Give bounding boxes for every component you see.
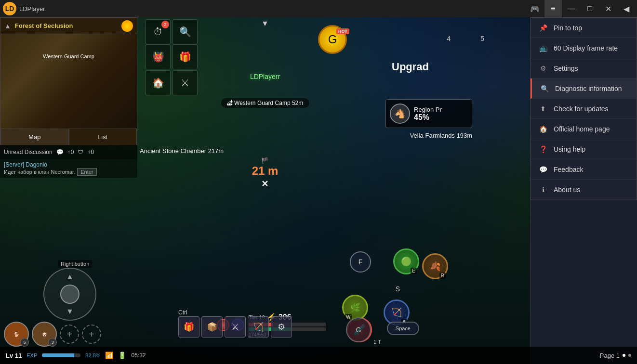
menu-display-frame-rate[interactable]: 📺 60 Display frame rate [531, 38, 637, 58]
exp-label: EXP [27, 352, 37, 358]
joystick-center[interactable] [60, 285, 80, 304]
game-area[interactable]: ▼ ▲ Forest of Seclusion Western Guard Ca… [0, 17, 530, 364]
minimap-tab-list[interactable]: List [69, 129, 137, 145]
pet-avatar-2[interactable]: 🐶 3 [32, 322, 57, 347]
add-pet-1[interactable]: + [60, 325, 79, 344]
quest-timer-icon[interactable]: ⏱ 2 [146, 19, 171, 44]
gamepad-button[interactable]: 🎮 [526, 0, 544, 17]
slot-number-5: 5 [480, 35, 484, 42]
home-icon: 🏠 [538, 124, 548, 134]
page-indicator: Page 1 [530, 347, 637, 364]
joystick-base[interactable]: ▲ ▼ [43, 268, 96, 321]
close-button[interactable]: ✕ [599, 0, 617, 17]
exp-fill [42, 353, 74, 357]
slot-number-4: 4 [447, 35, 451, 42]
minimap: ▲ Forest of Seclusion Western Guard Camp… [0, 17, 137, 145]
page-label: Page 1 [600, 352, 620, 359]
location2-bar: Velia Farmlands 193m [410, 132, 472, 139]
region-panel: 🐴 Region Pr 45% [385, 99, 472, 128]
house-icon[interactable]: 🏠 [146, 70, 171, 95]
time-display: 05:32 [131, 352, 146, 359]
helmet-icon[interactable]: ⚔ [173, 70, 198, 95]
location3-bar: Ancient Stone Chamber 217m [140, 147, 224, 155]
level-badge: Lv 11 [6, 352, 22, 359]
location-bar: 🏕 Western Guard Camp 52m [221, 98, 309, 108]
app-title: LDPlayer [19, 5, 273, 13]
diagnostic-icon: 🔍 [540, 84, 549, 93]
joystick-up-arrow: ▲ [66, 273, 74, 281]
menu-diagnostic[interactable]: 🔍 Diagnostic information [531, 78, 637, 99]
menu-about-us[interactable]: ℹ About us [531, 180, 637, 200]
minimap-location-label: Western Guard Camp [43, 53, 94, 59]
maximize-button[interactable]: □ [581, 0, 598, 17]
menu-official-home[interactable]: 🏠 Official home page [531, 119, 637, 139]
battery-icon: 🔋 [118, 351, 126, 359]
joystick[interactable]: ▲ ▼ [43, 268, 96, 321]
menu-settings[interactable]: ⚙ Settings [531, 58, 637, 78]
skill-e-button[interactable]: 🟢 E [393, 248, 419, 274]
hot-badge: HOT [336, 28, 349, 34]
action-btn-3[interactable]: ⚔ [225, 316, 246, 338]
title-controls: 🎮 ≡ — □ ✕ ◀ [526, 0, 635, 17]
dropdown-menu: 📌 Pin to top 📺 60 Display frame rate ⚙ S… [530, 17, 637, 200]
monster-icon[interactable]: 👹 [146, 44, 171, 69]
minimap-collapse[interactable]: ▲ [4, 22, 11, 30]
pet-avatar-1[interactable]: 🐕 5 [4, 322, 29, 347]
minimap-tab-map[interactable]: Map [0, 129, 69, 145]
joystick-down-arrow: ▼ [66, 307, 74, 316]
minimap-footer: Map List [0, 129, 137, 145]
exp-pct: 82.8% [85, 352, 100, 358]
minimize-button[interactable]: — [563, 0, 580, 17]
action-btn-4[interactable]: 🏹 [248, 316, 269, 338]
minimap-body[interactable]: Western Guard Camp [0, 34, 137, 129]
skill-w-button[interactable]: 🌿 W [342, 295, 368, 321]
enter-button[interactable]: Enter [77, 168, 96, 176]
distance-marker: 🏴 21 m ✕ [252, 157, 279, 189]
upgrad-panel: Upgrad [392, 61, 429, 73]
action-btn-1[interactable]: 🎁 [178, 316, 199, 338]
menu-feedback[interactable]: 💬 Feedback [531, 159, 637, 180]
unread-bar: Unread Discussion 💬 +0 🛡 +0 [0, 145, 137, 159]
action-btn-2[interactable]: 📦 [201, 316, 223, 338]
region-name: Region Pr [414, 106, 442, 113]
menu-using-help[interactable]: ❓ Using help [531, 139, 637, 159]
g-button[interactable]: G [346, 317, 371, 342]
region-pct: 45% [414, 113, 442, 122]
minimap-header: ▲ Forest of Seclusion [0, 18, 137, 34]
chat-message: Идет набор в клан Necromar. Enter [4, 168, 133, 176]
gold-icon[interactable]: G HOT [318, 25, 347, 54]
top-icon-row: ⏱ 2 🔍 👹 🎁 🏠 ⚔ [145, 17, 426, 75]
app-logo: LD [3, 2, 16, 15]
menu-pin-to-top[interactable]: 📌 Pin to top [531, 18, 637, 38]
region-icon: 🐴 [390, 104, 410, 124]
bottom-action-bar: 🎁 📦 ⚔ 🏹 ⚙ [178, 316, 292, 338]
skill-ring: 🟢 E 🌿 W 🏹 A 🍂 R [342, 248, 419, 325]
update-icon: ⬆ [538, 104, 548, 114]
unread-label: Unread Discussion [4, 149, 53, 156]
page-dot-2[interactable] [628, 354, 631, 357]
add-pet-2[interactable]: + [82, 325, 101, 344]
minimap-sun-icon [121, 20, 133, 32]
potion-label: 1 T [373, 339, 381, 345]
skill-r-button[interactable]: 🍂 R [422, 253, 448, 279]
speech-count: +0 [67, 149, 74, 156]
page-dot-1[interactable] [623, 354, 625, 357]
shield-count: +0 [87, 149, 94, 156]
region-text: Region Pr 45% [414, 106, 442, 122]
back-button[interactable]: ◀ [618, 0, 635, 17]
player-name: LDPlayerr [250, 73, 280, 80]
avatar-row: 🐕 5 🐶 3 + + [4, 322, 101, 347]
menu-button[interactable]: ≡ [544, 0, 562, 17]
right-button-label: Right button [58, 260, 92, 268]
server-chat: [Server] Dagonio Идет набор в клан Necro… [0, 159, 137, 178]
shield-icon: 🛡 [78, 149, 83, 156]
minimap-title: Forest of Seclusion [15, 22, 121, 29]
about-icon: ℹ [538, 185, 548, 195]
search-icon[interactable]: 🔍 [173, 19, 198, 44]
gift-icon[interactable]: 🎁 [173, 44, 198, 69]
ctrl-label: Ctrl [178, 309, 187, 316]
menu-check-updates[interactable]: ⬆ Check for updates [531, 99, 637, 119]
space-button[interactable]: Space [387, 322, 419, 335]
server-name: [Server] Dagonio [4, 161, 133, 168]
action-btn-5[interactable]: ⚙ [271, 316, 292, 338]
